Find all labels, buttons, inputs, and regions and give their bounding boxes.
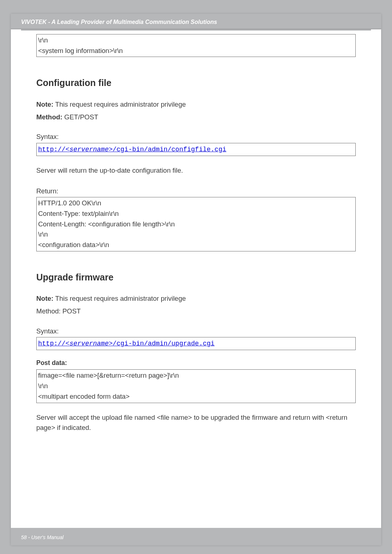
upgrade-syntax-box: http://<servername>/cgi-bin/admin/upgrad… [36,337,356,350]
config-syntax-box: http://<servername>/cgi-bin/admin/config… [36,143,356,156]
postdata-box: fimage=<file name>[&return=<return page>… [36,369,356,403]
url-post: >/cgi-bin/admin/upgrade.cgi [109,340,215,347]
upgrade-url-link[interactable]: http://<servername>/cgi-bin/admin/upgrad… [38,340,215,347]
config-return-box: HTTP/1.0 200 OK\r\n Content-Type: text/p… [36,197,356,251]
ret-l2: Content-Type: text/plain\r\n [38,209,354,219]
ret-l5: <configuration data>\r\n [38,240,354,250]
url-pre: http://< [38,340,69,347]
note-text: This request requires administrator priv… [53,295,186,302]
ret-l1: HTTP/1.0 200 OK\r\n [38,198,354,209]
page-header: VIVOTEK - A Leading Provider of Multimed… [11,14,381,29]
url-post: >/cgi-bin/admin/configfile.cgi [109,146,226,153]
upgrade-narrative: Server will accept the upload file named… [36,413,356,433]
syslog-line-2: <system log information>\r\n [38,46,354,56]
note-label: Note: [36,100,53,108]
pd-l1: fimage=<file name>[&return=<return page>… [38,370,354,381]
config-syntax-label: Syntax: [36,132,356,142]
url-pre: http://< [38,146,69,153]
section-configuration-file: Configuration file [36,76,356,90]
pd-l3: <multipart encoded form data> [38,391,354,402]
header-title: VIVOTEK - A Leading Provider of Multimed… [21,19,217,25]
upgrade-method: Method: POST [36,306,356,317]
config-narrative: Server will return the up-to-date config… [36,165,356,176]
syslog-line-1: \r\n [38,35,354,46]
postdata-label: Post data: [36,358,356,368]
note-text: This request requires administrator priv… [53,100,186,108]
ret-l4: \r\n [38,229,354,240]
upgrade-syntax-label: Syntax: [36,326,356,337]
note-label: Note: [36,295,53,302]
pd-l2: \r\n [38,381,354,391]
upgrade-note: Note: This request requires administrato… [36,294,356,304]
ret-l3: Content-Length: <configuration file leng… [38,219,354,230]
method-label: Method: [36,113,62,121]
config-method: Method: GET/POST [36,112,356,123]
url-servername: servername [69,340,109,347]
config-return-label: Return: [36,186,356,197]
footer-text: 58 - User's Manual [21,534,64,540]
config-url-link[interactable]: http://<servername>/cgi-bin/admin/config… [38,146,226,153]
page-content: \r\n <system log information>\r\n Config… [11,30,381,528]
method-text: GET/POST [62,113,98,121]
page-footer: 58 - User's Manual [11,528,381,545]
section-upgrade-firmware: Upgrade firmware [36,270,356,284]
syslog-response-box: \r\n <system log information>\r\n [36,34,356,57]
config-note: Note: This request requires administrato… [36,99,356,110]
url-servername: servername [69,146,109,153]
